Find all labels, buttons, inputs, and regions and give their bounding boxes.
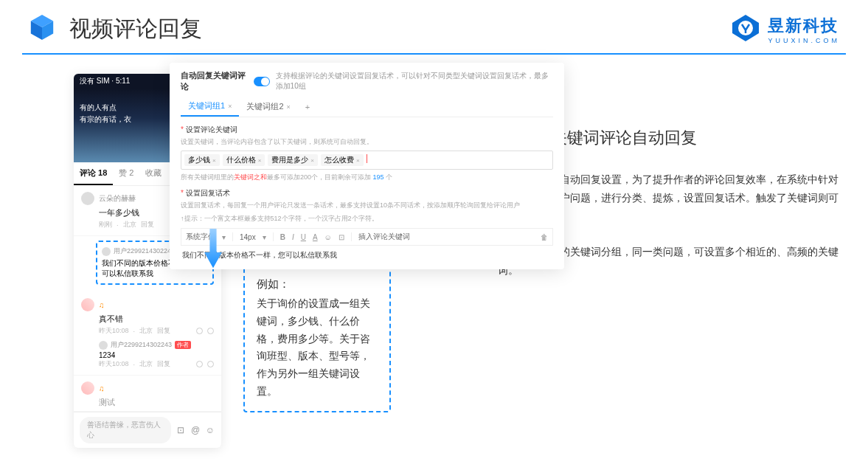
auto-reply-toggle[interactable] bbox=[254, 77, 270, 86]
remove-icon: × bbox=[310, 157, 314, 164]
logo-en: YUUXIN.COM bbox=[768, 37, 840, 44]
bold-icon[interactable]: B bbox=[280, 233, 285, 241]
remove-icon: × bbox=[258, 157, 262, 164]
color-icon[interactable]: A bbox=[313, 233, 318, 241]
emoji-icon[interactable]: ☺ bbox=[324, 233, 332, 241]
remove-icon: × bbox=[356, 157, 360, 164]
comment-item: ♫ 真不错 昨天10:08·北京回复 用户2299214302243作者 123… bbox=[74, 292, 221, 376]
keyword-chip[interactable]: 什么价格× bbox=[223, 154, 265, 166]
company-logo: 昱新科技YUUXIN.COM bbox=[731, 13, 840, 46]
comment-input-bar: 善语结善缘，恶言伤人心 ⊡ @ ☺ bbox=[74, 412, 221, 448]
keyword-config-panel: 自动回复关键词评论 支持根据评论的关键词设置回复话术，可以针对不同类型关键词设置… bbox=[170, 63, 564, 269]
image-icon[interactable]: ⊡ bbox=[338, 233, 344, 241]
text-cursor bbox=[367, 154, 367, 163]
close-icon[interactable]: × bbox=[287, 103, 291, 111]
dislike-icon[interactable] bbox=[207, 328, 214, 334]
heart-icon[interactable] bbox=[196, 328, 203, 334]
char-limit-hint: ↑提示：一个富文本框最多支持512个字符，一个汉字占用2个字符。 bbox=[181, 214, 553, 224]
close-icon[interactable]: × bbox=[228, 103, 232, 110]
italic-icon[interactable]: I bbox=[292, 233, 294, 241]
tab-likes[interactable]: 赞 2 bbox=[113, 162, 139, 185]
keyword-chip[interactable]: 费用是多少× bbox=[268, 154, 318, 166]
reply-field-label: 设置回复话术 bbox=[181, 188, 553, 198]
page-title: 视频评论回复 bbox=[69, 14, 202, 44]
auto-reply-description: 支持根据评论的关键词设置回复话术，可以针对不同类型关键词设置回复话术，最多添加1… bbox=[276, 71, 553, 91]
image-icon[interactable]: ⊡ bbox=[176, 425, 186, 435]
cube-icon bbox=[28, 13, 56, 44]
mention-icon[interactable]: @ bbox=[190, 425, 201, 435]
logo-cn: 昱新科技 bbox=[768, 15, 840, 37]
keyword-field-label: 设置评论关键词 bbox=[181, 125, 553, 135]
underline-icon[interactable]: U bbox=[301, 233, 306, 241]
page-header: 视频评论回复 昱新科技YUUXIN.COM bbox=[28, 13, 840, 44]
tab-keyword-group-2[interactable]: 关键词组2× bbox=[239, 97, 297, 117]
comment-input[interactable]: 善语结善缘，恶言伤人心 bbox=[80, 417, 171, 443]
keyword-field-sub: 设置关键词，当评论内容包含了以下关键词，则系统可自动回复。 bbox=[181, 137, 553, 147]
avatar bbox=[102, 247, 111, 256]
comment-item: ♫ 测试 bbox=[74, 376, 221, 412]
tab-comments[interactable]: 评论 18 bbox=[74, 162, 113, 185]
size-select[interactable]: 14px bbox=[240, 233, 256, 241]
keyword-chips-input[interactable]: 多少钱× 什么价格× 费用是多少× 怎么收费× bbox=[181, 151, 553, 170]
reply-editor-content[interactable]: 我们不同的版本价格不一样，您可以私信联系我 bbox=[181, 246, 553, 260]
avatar bbox=[81, 192, 94, 205]
dislike-icon[interactable] bbox=[207, 361, 214, 367]
username: 云朵的赫赫 bbox=[99, 193, 136, 204]
delete-icon[interactable]: 🗑 bbox=[541, 233, 548, 241]
avatar bbox=[99, 341, 108, 350]
heart-icon[interactable] bbox=[196, 361, 203, 367]
author-badge: 作者 bbox=[175, 341, 191, 349]
avatar bbox=[81, 381, 94, 395]
logo-mark-icon bbox=[731, 13, 760, 46]
remove-icon: × bbox=[212, 157, 216, 164]
avatar bbox=[81, 298, 94, 311]
arrow-down-icon bbox=[203, 229, 223, 272]
add-group-button[interactable]: + bbox=[298, 97, 317, 117]
keyword-hint: 所有关键词组里的关键词之和最多可添加200个，目前剩余可添加 195 个 bbox=[181, 173, 553, 182]
example-title: 例如： bbox=[257, 277, 378, 291]
insert-keyword-button[interactable]: 插入评论关键词 bbox=[358, 232, 410, 242]
editor-toolbar: 系统字体▾ 14px▾ B I U A ☺ ⊡ 插入评论关键词 🗑 bbox=[181, 228, 553, 246]
tab-favorites[interactable]: 收藏 bbox=[139, 162, 167, 185]
reply-field-sub: 设置回复话术，每回复一个用户评论只发送一条话术，最多支持设置10条不同话术，按添… bbox=[181, 201, 553, 210]
keyword-chip[interactable]: 多少钱× bbox=[184, 154, 220, 166]
example-callout: 例如： 关于询价的设置成一组关键词，多少钱、什么价格，费用多少等。关于咨询班型、… bbox=[243, 266, 391, 412]
auto-reply-label: 自动回复关键词评论 bbox=[181, 70, 248, 92]
example-body: 关于询价的设置成一组关键词，多少钱、什么价格，费用多少等。关于咨询班型、版本、型… bbox=[257, 295, 378, 401]
header-divider bbox=[22, 53, 846, 55]
keyword-group-tabs: 关键词组1× 关键词组2× + bbox=[181, 97, 553, 117]
tab-keyword-group-1[interactable]: 关键词组1× bbox=[181, 97, 239, 117]
emoji-icon[interactable]: ☺ bbox=[205, 425, 215, 435]
comment-text: 真不错 bbox=[99, 314, 214, 325]
keyword-chip[interactable]: 怎么收费× bbox=[321, 154, 364, 166]
